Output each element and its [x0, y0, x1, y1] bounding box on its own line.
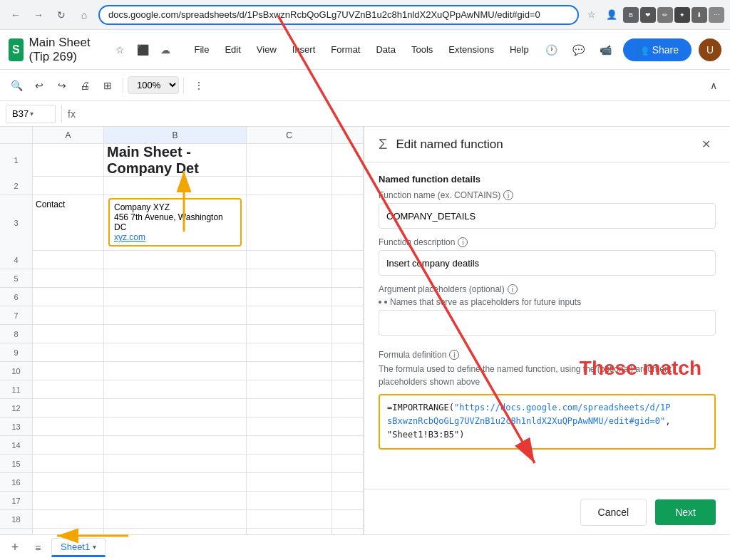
formula-box[interactable]: =IMPORTRANGE("https://docs.google.com/sp… — [379, 394, 716, 450]
cell-a3[interactable]: Contact — [33, 195, 104, 251]
cell-c2[interactable] — [247, 177, 332, 195]
next-button[interactable]: Next — [655, 499, 716, 525]
function-name-input[interactable] — [379, 203, 716, 229]
undo-button[interactable]: ↩ — [29, 75, 50, 96]
address-bar[interactable]: docs.google.com/spreadsheets/d/1PsBxwznR… — [98, 5, 579, 25]
panel-footer: Cancel Next — [364, 489, 730, 534]
row-num-header — [0, 127, 33, 143]
formula-info-icon[interactable]: i — [449, 350, 459, 360]
tab-dropdown-icon[interactable]: ▾ — [93, 543, 96, 551]
table-row: 19 — [0, 529, 363, 534]
table-row: 11 — [0, 380, 363, 399]
document-title: Main Sheet (Tip 269) — [29, 36, 102, 64]
table-row: 4 — [0, 251, 363, 269]
fx-label: fx — [68, 108, 76, 120]
table-row: 3 Contact Company XYZ 456 7th Avenue, Wa… — [0, 195, 363, 251]
cell-c1[interactable] — [247, 144, 332, 177]
col-header-a: A — [33, 127, 104, 143]
star-button[interactable]: ☆ — [110, 40, 130, 60]
table-row: 10 — [0, 362, 363, 380]
share-button[interactable]: 👥 Share — [623, 38, 692, 61]
table-row: 1 Main Sheet - Company Det — [0, 144, 363, 177]
ext-1: B — [623, 7, 639, 23]
panel-body: Named function details Function name (ex… — [364, 162, 730, 489]
reload-button[interactable]: ↻ — [51, 5, 71, 25]
sheets-menu-button[interactable]: ≡ — [29, 539, 47, 557]
redo-button[interactable]: ↪ — [51, 75, 73, 96]
menu-bar: File Edit View Insert Format Data Tools … — [187, 41, 535, 58]
table-row: 6 — [0, 288, 363, 306]
cell-a2[interactable] — [33, 177, 104, 195]
toolbar-separator-2 — [183, 78, 184, 93]
cell-b1[interactable]: Main Sheet - Company Det — [104, 144, 247, 177]
cell-b2[interactable] — [104, 177, 247, 195]
zoom-selector[interactable]: 100% 75% 125% — [128, 76, 179, 94]
function-name-info-icon[interactable]: i — [503, 190, 513, 200]
menu-format[interactable]: Format — [324, 41, 367, 58]
sheets-header: S Main Sheet (Tip 269) ☆ ⬛ ☁ File Edit V… — [0, 30, 730, 70]
print-button[interactable]: 🖨 — [74, 75, 96, 96]
menu-tools[interactable]: Tools — [404, 41, 440, 58]
more-options-button[interactable]: ⋮ — [188, 75, 210, 96]
cancel-button[interactable]: Cancel — [580, 499, 647, 526]
forward-button[interactable]: → — [29, 5, 48, 25]
tab-bar: + ≡ Sheet1 ▾ — [0, 534, 730, 560]
table-row: 15 — [0, 455, 363, 473]
profile-icon[interactable]: 👤 — [603, 6, 620, 24]
menu-view[interactable]: View — [250, 41, 284, 58]
ext-5: ⬇ — [692, 7, 707, 23]
cell-c3[interactable] — [247, 195, 332, 251]
arg-info-icon[interactable]: i — [508, 284, 518, 294]
menu-data[interactable]: Data — [369, 41, 402, 58]
sheet1-label: Sheet1 — [61, 541, 90, 552]
spreadsheet: A B C 1 Main Sheet - Company Det 2 3 — [0, 127, 364, 534]
add-sheet-button[interactable]: + — [6, 539, 24, 557]
menu-extensions[interactable]: Extensions — [441, 41, 501, 58]
cell-a1[interactable] — [33, 144, 104, 177]
collapse-button[interactable]: ∧ — [703, 75, 724, 96]
sheets-logo: S — [9, 38, 24, 61]
toolbar-separator — [123, 78, 123, 93]
user-avatar[interactable]: U — [699, 38, 721, 61]
menu-file[interactable]: File — [187, 41, 216, 58]
table-row: 8 — [0, 325, 363, 343]
function-desc-info-icon[interactable]: i — [458, 237, 468, 247]
table-row: 5 — [0, 269, 363, 288]
video-button[interactable]: 📹 — [596, 40, 616, 60]
back-button[interactable]: ← — [6, 5, 26, 25]
grid-body: 1 Main Sheet - Company Det 2 3 Contact C… — [0, 144, 363, 534]
chat-button[interactable]: 💬 — [569, 40, 589, 60]
row-number: 1 — [0, 144, 33, 177]
bookmark-icon[interactable]: ☆ — [583, 6, 600, 24]
arg-placeholders-label: Argument placeholders (optional) i — [379, 284, 716, 294]
menu-edit[interactable]: Edit — [217, 41, 247, 58]
cell-b3[interactable]: Company XYZ 456 7th Avenue, Washington D… — [104, 195, 247, 251]
arg-hint: Names that serve as placeholders for fut… — [390, 297, 581, 307]
sheet-tab-sheet1[interactable]: Sheet1 ▾ — [51, 538, 106, 557]
panel-title: Edit named function — [396, 138, 687, 152]
function-desc-input[interactable] — [379, 250, 716, 276]
search-button[interactable]: 🔍 — [6, 75, 27, 96]
company-address: 456 7th Avenue, Washington DC — [114, 212, 236, 232]
home-button[interactable]: ⌂ — [74, 5, 94, 25]
table-row: 17 — [0, 492, 363, 510]
menu-insert[interactable]: Insert — [285, 41, 323, 58]
formula-input[interactable] — [81, 108, 724, 119]
arg-input[interactable] — [379, 310, 716, 336]
close-panel-button[interactable]: ✕ — [696, 135, 716, 155]
arg-dots: Names that serve as placeholders for fut… — [379, 297, 716, 307]
history-button[interactable]: 🕐 — [542, 40, 562, 60]
table-row: 9 — [0, 343, 363, 362]
row-number: 2 — [0, 177, 33, 195]
format-button[interactable]: ⊞ — [97, 75, 118, 96]
company-name: Company XYZ — [114, 202, 236, 212]
company-url[interactable]: xyz.com — [114, 232, 236, 242]
cell-reference[interactable]: B37 ▾ — [6, 105, 56, 123]
col-header-c: C — [247, 127, 332, 143]
cell-ref-dropdown-icon[interactable]: ▾ — [30, 110, 34, 118]
menu-help[interactable]: Help — [503, 41, 536, 58]
share-icon: 👥 — [636, 44, 648, 56]
template-button[interactable]: ⬛ — [133, 40, 153, 60]
cloud-button[interactable]: ☁ — [155, 40, 175, 60]
toolbar: 🔍 ↩ ↪ 🖨 ⊞ 100% 75% 125% ⋮ ∧ — [0, 70, 730, 101]
